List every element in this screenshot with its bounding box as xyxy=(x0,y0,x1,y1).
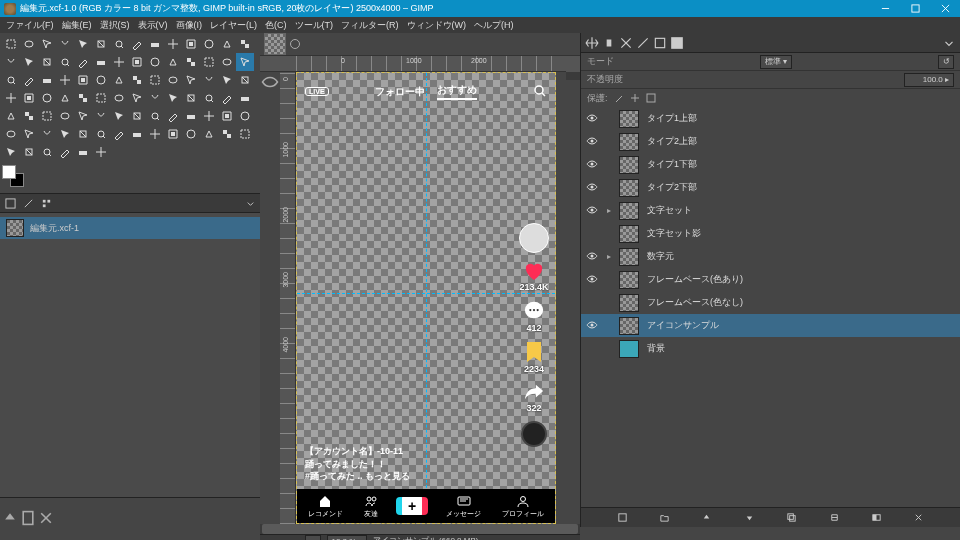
close-button[interactable] xyxy=(930,0,960,17)
tool-button[interactable] xyxy=(164,53,182,71)
tool-button[interactable] xyxy=(56,125,74,143)
tab-menu-icon[interactable] xyxy=(242,196,258,210)
tool-button[interactable] xyxy=(236,107,254,125)
tool-button[interactable] xyxy=(182,107,200,125)
menu-item[interactable]: ファイル(F) xyxy=(2,19,58,32)
tool-button[interactable] xyxy=(20,71,38,89)
rs-flip-icon[interactable] xyxy=(619,36,633,50)
menu-item[interactable]: ヘルプ(H) xyxy=(470,19,518,32)
tool-button[interactable] xyxy=(20,107,38,125)
menu-item[interactable]: レイヤー(L) xyxy=(206,19,261,32)
tool-button[interactable] xyxy=(218,35,236,53)
tool-button[interactable] xyxy=(164,35,182,53)
ruler-horizontal[interactable]: 010002000 xyxy=(296,56,566,72)
menu-item[interactable]: フィルター(R) xyxy=(337,19,403,32)
scrollbar-vertical[interactable] xyxy=(566,72,580,80)
tool-button[interactable] xyxy=(200,125,218,143)
new-button[interactable] xyxy=(20,511,36,525)
tool-button[interactable] xyxy=(2,89,20,107)
tool-button[interactable] xyxy=(92,143,110,161)
eye-icon[interactable] xyxy=(585,135,599,149)
tool-button[interactable] xyxy=(92,107,110,125)
layer-row[interactable]: フレームベース(色あり) xyxy=(581,268,960,291)
tool-button[interactable] xyxy=(128,53,146,71)
ruler-vertical[interactable]: 01000200030004000 xyxy=(280,72,296,524)
tool-button[interactable] xyxy=(2,53,20,71)
tool-button[interactable] xyxy=(200,107,218,125)
menu-item[interactable]: 表示(V) xyxy=(134,19,172,32)
tool-button[interactable] xyxy=(128,71,146,89)
tool-button[interactable] xyxy=(74,53,92,71)
tool-button[interactable] xyxy=(20,143,38,161)
tool-button[interactable] xyxy=(74,125,92,143)
tool-button[interactable] xyxy=(2,35,20,53)
tool-button[interactable] xyxy=(164,89,182,107)
menu-item[interactable]: 色(C) xyxy=(261,19,291,32)
eye-icon[interactable] xyxy=(585,273,599,287)
tool-button[interactable] xyxy=(218,71,236,89)
tool-button[interactable] xyxy=(146,71,164,89)
tool-button[interactable] xyxy=(146,35,164,53)
mode-select[interactable]: 標準 ▾ xyxy=(760,55,792,69)
layer-merge-icon[interactable] xyxy=(829,512,840,523)
tool-button[interactable] xyxy=(38,143,56,161)
tool-button[interactable] xyxy=(146,107,164,125)
fg-swatch[interactable] xyxy=(2,165,16,179)
tool-button[interactable] xyxy=(2,107,20,125)
tool-button[interactable] xyxy=(74,35,92,53)
tool-button[interactable] xyxy=(56,107,74,125)
menu-item[interactable]: ツール(T) xyxy=(291,19,338,32)
tool-button[interactable] xyxy=(182,125,200,143)
lock-alpha-icon[interactable] xyxy=(646,93,656,103)
tool-button[interactable] xyxy=(38,35,56,53)
layer-row[interactable]: タイプ1下部 xyxy=(581,153,960,176)
tool-button[interactable] xyxy=(218,89,236,107)
mode-reset[interactable]: ↺ xyxy=(938,55,954,69)
rs-path-icon[interactable] xyxy=(670,36,684,50)
tab-brushes-icon[interactable] xyxy=(20,196,36,210)
tool-button[interactable] xyxy=(74,89,92,107)
tool-button[interactable] xyxy=(128,89,146,107)
tool-button[interactable] xyxy=(236,35,254,53)
tool-button[interactable] xyxy=(74,71,92,89)
layer-row[interactable]: アイコンサンプル xyxy=(581,314,960,337)
tool-button[interactable] xyxy=(92,125,110,143)
group-toggle[interactable]: ▸ xyxy=(603,206,615,215)
layer-row[interactable]: タイプ1上部 xyxy=(581,107,960,130)
lock-paint-icon[interactable] xyxy=(614,93,624,103)
tool-button[interactable] xyxy=(200,71,218,89)
tool-button[interactable] xyxy=(164,125,182,143)
unit-select[interactable]: px xyxy=(305,535,321,540)
tool-button[interactable] xyxy=(164,107,182,125)
tool-button[interactable] xyxy=(56,71,74,89)
tool-button[interactable] xyxy=(218,53,236,71)
tool-button[interactable] xyxy=(92,71,110,89)
tool-button[interactable] xyxy=(128,107,146,125)
layer-group-icon[interactable] xyxy=(659,512,670,523)
raise-button[interactable] xyxy=(2,511,18,525)
tool-button[interactable] xyxy=(200,35,218,53)
tool-button[interactable] xyxy=(20,125,38,143)
color-swatches[interactable] xyxy=(2,165,30,189)
rs-layer-icon[interactable] xyxy=(653,36,667,50)
tool-button[interactable] xyxy=(182,89,200,107)
image-entry[interactable]: 編集元.xcf-1 xyxy=(0,217,260,239)
layer-row[interactable]: ▸数字元 xyxy=(581,245,960,268)
tool-button[interactable] xyxy=(110,125,128,143)
canvas[interactable]: LIVE フォロー中 おすすめ 213.4K 412 2234 322 xyxy=(296,72,556,524)
tool-button[interactable] xyxy=(2,143,20,161)
eye-icon[interactable] xyxy=(585,158,599,172)
tool-button[interactable] xyxy=(20,35,38,53)
tool-button[interactable] xyxy=(182,53,200,71)
zoom-select[interactable]: 18.2 % ▾ xyxy=(327,535,366,540)
tool-button[interactable] xyxy=(2,71,20,89)
eye-icon[interactable] xyxy=(585,112,599,126)
tool-button[interactable] xyxy=(128,125,146,143)
tool-button[interactable] xyxy=(56,53,74,71)
tool-button[interactable] xyxy=(20,53,38,71)
tool-button[interactable] xyxy=(200,89,218,107)
tool-button[interactable] xyxy=(92,89,110,107)
doc-thumb[interactable] xyxy=(264,33,286,55)
eye-icon[interactable] xyxy=(585,319,599,333)
rs-tool1-icon[interactable] xyxy=(602,36,616,50)
